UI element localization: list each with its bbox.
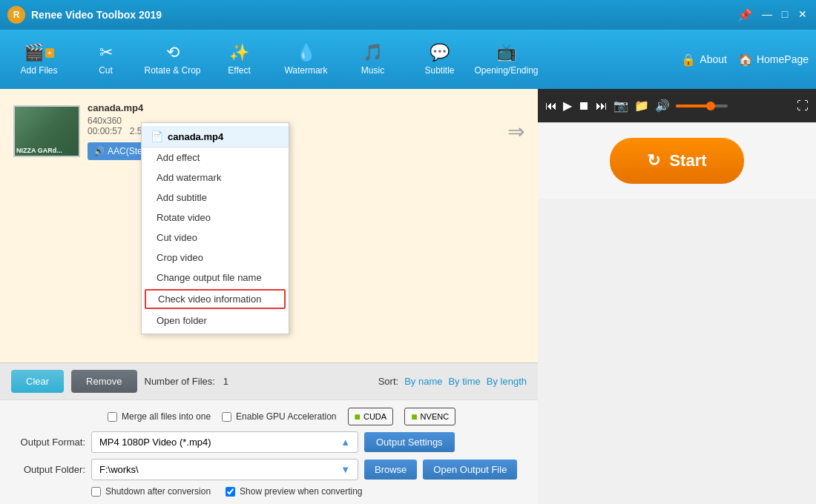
- output-format-arrow: ▲: [340, 437, 350, 448]
- toolbar-subtitle-label: Subtitle: [424, 65, 454, 76]
- toolbar-about[interactable]: 🔒 About: [681, 53, 727, 67]
- toolbar-cut[interactable]: ✂ Cut: [74, 33, 137, 85]
- titlebar: R Renee Video Toolbox 2019 📌 — □ ✕: [0, 0, 816, 30]
- sort-by-name[interactable]: By name: [404, 376, 442, 387]
- right-section: 11:30AM NIZZA GARDEN ⏮ ▶ ⏹ ⏭ 📷 📁 🔊 ⛶: [538, 89, 816, 504]
- cuda-button[interactable]: ■ CUDA: [348, 408, 394, 425]
- nvenc-button[interactable]: ■ NVENC: [404, 408, 455, 425]
- volume-thumb: [706, 102, 715, 110]
- output-format-label: Output Format:: [11, 437, 85, 448]
- output-folder-label: Output Folder:: [11, 464, 85, 475]
- menu-file-icon: 📄: [151, 130, 163, 142]
- nvenc-label: NVENC: [421, 412, 450, 421]
- output-folder-select[interactable]: F:\works\ ▼: [91, 459, 358, 480]
- thumbnail-text: NIZZA GARd...: [16, 147, 62, 154]
- menu-item-open-folder[interactable]: Open folder: [142, 311, 289, 331]
- shutdown-label[interactable]: Shutdown after conversion: [91, 486, 211, 497]
- merge-files-label[interactable]: Merge all files into one: [108, 411, 211, 422]
- toolbar-add-files[interactable]: 🎬 + Add Files: [7, 33, 70, 85]
- output-settings-button[interactable]: Output Settings: [364, 432, 455, 452]
- shutdown-checkbox[interactable]: [91, 487, 101, 497]
- toolbar-watermark[interactable]: 💧 Watermark: [274, 33, 338, 85]
- menu-item-rotate-video[interactable]: Rotate video: [142, 208, 289, 228]
- main-toolbar: 🎬 + Add Files ✂ Cut ⟲ Rotate & Crop ✨ Ef…: [0, 30, 816, 89]
- output-folder-arrow: ▼: [340, 464, 350, 475]
- stop-button[interactable]: ⏹: [578, 99, 590, 113]
- file-list-controls: Clear Remove Number of Files: 1 Sort: By…: [0, 362, 538, 399]
- homepage-label: HomePage: [757, 53, 809, 65]
- toolbar-right: 🔒 About 🏠 HomePage: [681, 53, 809, 67]
- toolbar-cut-label: Cut: [99, 65, 113, 76]
- gpu-acceleration-label[interactable]: Enable GPU Acceleration: [222, 411, 336, 422]
- menu-item-check-video-info[interactable]: Check video information: [145, 289, 286, 309]
- sort-by-time[interactable]: By time: [448, 376, 480, 387]
- toolbar-effect-label: Effect: [228, 65, 250, 76]
- file-count-label: Number of Files: 1: [145, 376, 228, 387]
- remove-button[interactable]: Remove: [71, 370, 136, 393]
- toolbar-opening-ending-label: Opening/Ending: [474, 65, 538, 76]
- start-button[interactable]: ↻ Start: [610, 138, 743, 184]
- show-preview-label[interactable]: Show preview when converting: [226, 486, 362, 497]
- toolbar-rotate-crop-label: Rotate & Crop: [144, 65, 200, 76]
- camera-button[interactable]: 📷: [613, 99, 628, 113]
- fullscreen-button[interactable]: ⛶: [797, 99, 809, 113]
- gpu-acceleration-checkbox[interactable]: [222, 412, 231, 422]
- volume-fill: [676, 105, 707, 107]
- start-section: ↻ Start: [538, 122, 816, 199]
- sort-by-length[interactable]: By length: [487, 376, 527, 387]
- open-folder-button[interactable]: 📁: [634, 99, 649, 113]
- browse-button[interactable]: Browse: [364, 460, 417, 480]
- main-content: NIZZA GARd... canada.mp4 640x360 00:00:5…: [0, 89, 816, 504]
- skip-forward-button[interactable]: ⏭: [596, 99, 608, 113]
- toolbar-music[interactable]: 🎵 Music: [341, 33, 404, 85]
- cuda-label: CUDA: [363, 412, 386, 421]
- start-label: Start: [669, 151, 706, 170]
- merge-files-checkbox[interactable]: [108, 412, 117, 422]
- menu-item-cut-video[interactable]: Cut video: [142, 228, 289, 248]
- volume-icon[interactable]: 🔊: [655, 99, 670, 113]
- open-output-button[interactable]: Open Output File: [423, 460, 517, 480]
- volume-slider[interactable]: [676, 105, 728, 107]
- left-panel: NIZZA GARd... canada.mp4 640x360 00:00:5…: [0, 89, 538, 504]
- output-format-row: Output Format: MP4 1080P Video (*.mp4) ▲…: [11, 431, 527, 453]
- close-button[interactable]: ✕: [797, 8, 809, 20]
- menu-item-add-effect[interactable]: Add effect: [142, 147, 289, 168]
- context-menu-filename: canada.mp4: [168, 131, 223, 142]
- gpu-row: Merge all files into one Enable GPU Acce…: [11, 408, 527, 425]
- sort-label: Sort:: [378, 376, 398, 387]
- minimize-button[interactable]: —: [761, 8, 773, 20]
- output-format-select[interactable]: MP4 1080P Video (*.mp4) ▲: [91, 431, 358, 453]
- nvidia-icon-nvenc: ■: [411, 411, 417, 422]
- clear-button[interactable]: Clear: [11, 370, 64, 393]
- toolbar-effect[interactable]: ✨ Effect: [208, 33, 271, 85]
- output-folder-value: F:\works\: [99, 464, 139, 475]
- context-menu-header: 📄 canada.mp4: [142, 126, 289, 147]
- refresh-icon: ↻: [647, 151, 660, 170]
- toolbar-watermark-label: Watermark: [284, 65, 327, 76]
- toolbar-homepage[interactable]: 🏠 HomePage: [738, 53, 809, 67]
- menu-item-add-subtitle[interactable]: Add subtitle: [142, 188, 289, 208]
- speaker-icon: 🔊: [93, 146, 105, 156]
- next-arrow-icon: ⇒: [507, 119, 524, 144]
- maximize-button[interactable]: □: [779, 8, 791, 20]
- menu-item-change-output-filename[interactable]: Change output file name: [142, 268, 289, 288]
- toolbar-opening-ending[interactable]: 📺 Opening/Ending: [475, 33, 538, 85]
- toolbar-subtitle[interactable]: 💬 Subtitle: [408, 33, 471, 85]
- window-controls: 📌 — □ ✕: [737, 8, 809, 22]
- menu-item-crop-video[interactable]: Crop video: [142, 248, 289, 268]
- video-panel: 11:30AM NIZZA GARDEN ⏮ ▶ ⏹ ⏭ 📷 📁 🔊 ⛶: [538, 89, 816, 122]
- toolbar-rotate-crop[interactable]: ⟲ Rotate & Crop: [141, 33, 204, 85]
- toolbar-add-files-label: Add Files: [20, 65, 57, 76]
- pin-icon[interactable]: 📌: [737, 8, 752, 22]
- skip-back-button[interactable]: ⏮: [545, 99, 557, 113]
- show-preview-checkbox[interactable]: [226, 487, 235, 497]
- lock-icon: 🔒: [681, 53, 696, 67]
- file-thumbnail: NIZZA GARd...: [13, 105, 80, 157]
- file-name: canada.mp4: [88, 102, 500, 113]
- app-title: Renee Video Toolbox 2019: [31, 9, 737, 21]
- play-button[interactable]: ▶: [563, 99, 572, 113]
- home-icon: 🏠: [738, 53, 753, 67]
- menu-item-add-watermark[interactable]: Add watermark: [142, 168, 289, 188]
- file-count-value: 1: [223, 376, 228, 387]
- output-area: Merge all files into one Enable GPU Acce…: [0, 399, 538, 504]
